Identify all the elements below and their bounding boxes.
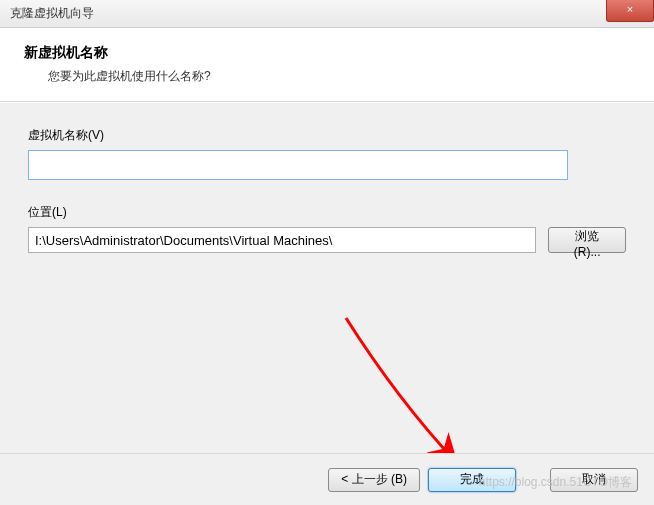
page-title: 新虚拟机名称 bbox=[24, 44, 630, 62]
wizard-content: 虚拟机名称(V) 位置(L) 浏览(R)... bbox=[0, 102, 654, 498]
vm-name-input[interactable] bbox=[28, 150, 568, 180]
back-button[interactable]: < 上一步 (B) bbox=[328, 468, 420, 492]
location-label: 位置(L) bbox=[28, 204, 626, 221]
page-subtitle: 您要为此虚拟机使用什么名称? bbox=[48, 68, 630, 85]
vm-name-group: 虚拟机名称(V) bbox=[28, 127, 626, 180]
vm-name-label: 虚拟机名称(V) bbox=[28, 127, 626, 144]
wizard-footer: < 上一步 (B) 完成 取消 bbox=[0, 453, 654, 505]
window-title: 克隆虚拟机向导 bbox=[10, 6, 94, 20]
close-icon: × bbox=[627, 3, 633, 15]
cancel-button[interactable]: 取消 bbox=[550, 468, 638, 492]
title-bar: 克隆虚拟机向导 × bbox=[0, 0, 654, 28]
location-group: 位置(L) 浏览(R)... bbox=[28, 204, 626, 253]
location-input[interactable] bbox=[28, 227, 536, 253]
finish-button[interactable]: 完成 bbox=[428, 468, 516, 492]
browse-button[interactable]: 浏览(R)... bbox=[548, 227, 626, 253]
close-button[interactable]: × bbox=[606, 0, 654, 22]
wizard-header: 新虚拟机名称 您要为此虚拟机使用什么名称? bbox=[0, 28, 654, 102]
